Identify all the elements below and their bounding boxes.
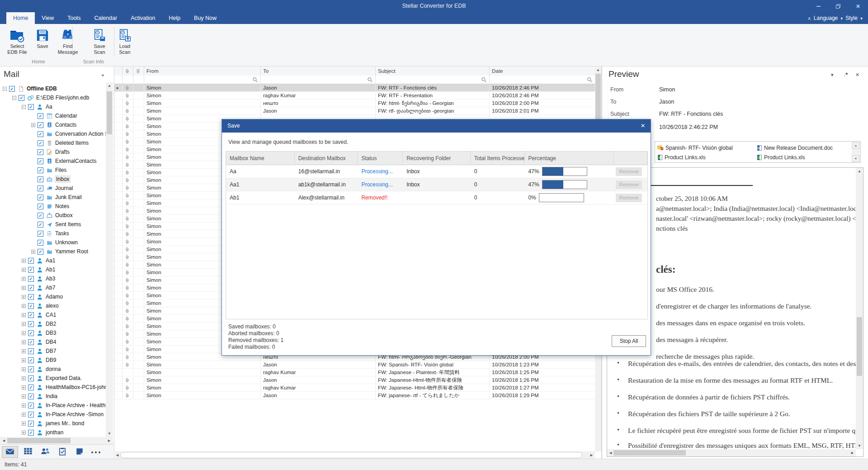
select-edb-file-button[interactable]: SelectEDB File xyxy=(5,25,30,60)
tree-item-inbox[interactable]: ✓Inbox xyxy=(31,175,106,184)
tree-item-ab1[interactable]: +✓Ab1 xyxy=(22,265,106,274)
tree-item-india[interactable]: +✓India xyxy=(22,392,106,401)
tree-item-junk-email[interactable]: ✓Junk Email xyxy=(31,193,106,202)
checkbox-checked[interactable]: ✓ xyxy=(28,294,34,300)
calendar-view-button[interactable] xyxy=(20,446,36,458)
checkbox-checked[interactable]: ✓ xyxy=(38,140,43,146)
tree-item-donna[interactable]: +✓donna xyxy=(22,365,106,374)
tree-item-sent-items[interactable]: ✓Sent Items xyxy=(31,220,106,229)
scroll-left-icon[interactable]: ◄ xyxy=(2,437,6,444)
collapse-icon[interactable]: − xyxy=(12,96,16,100)
attachment-spanish-rtf-visi-n-global[interactable]: Spanish- RTF- Visión global xyxy=(657,143,755,152)
expand-icon[interactable]: + xyxy=(31,123,35,127)
tree-item-calendar[interactable]: ✓Calendar xyxy=(31,111,106,120)
expand-icon[interactable]: + xyxy=(22,295,26,299)
checkbox-checked[interactable]: ✓ xyxy=(38,113,43,119)
expand-icon[interactable]: + xyxy=(22,358,26,362)
message-row[interactable]: SimonJasonFW: Japanese-Html-物件所有者保険10/26… xyxy=(114,376,595,384)
language-menu[interactable]: Language xyxy=(814,15,838,21)
remove-button[interactable]: Remove xyxy=(616,194,642,202)
tree-item-externalcontacts[interactable]: ✓ExternalContacts xyxy=(31,157,106,166)
tree-item-db4[interactable]: +✓DB4 xyxy=(22,337,106,347)
search-input-subject[interactable] xyxy=(376,76,490,84)
checkbox-checked[interactable]: ✓ xyxy=(28,375,34,381)
tree-item-db9[interactable]: +✓DB9 xyxy=(22,356,106,365)
pin-icon[interactable] xyxy=(844,72,849,78)
search-input-to[interactable] xyxy=(261,76,376,84)
attachment-product-links-xls[interactable]: XProduct Links.xls xyxy=(757,152,854,162)
checkbox-checked[interactable]: ✓ xyxy=(28,348,34,354)
close-button[interactable]: ✕ xyxy=(848,0,868,12)
load-scan-button[interactable]: LoadScan xyxy=(112,25,137,60)
tree-item-offline-edb[interactable]: −✓Offline EDB xyxy=(3,84,106,93)
scroll-left-icon[interactable]: ◄ xyxy=(115,451,119,459)
checkbox-checked[interactable]: ✓ xyxy=(38,249,43,255)
checkbox-checked[interactable]: ✓ xyxy=(28,430,34,436)
collapse-icon[interactable]: − xyxy=(3,87,7,91)
expand-icon[interactable]: + xyxy=(22,304,26,308)
tab-activation[interactable]: Activation xyxy=(124,12,162,24)
tab-calendar[interactable]: Calendar xyxy=(87,12,124,24)
expand-icon[interactable]: + xyxy=(22,286,26,290)
tree-item-in-place-archive-simon[interactable]: +✓In-Place Archive -Simon xyxy=(22,410,106,419)
message-row[interactable]: SimonJasonFW: Spanish- RTF- Visión globa… xyxy=(114,361,595,369)
checkbox-checked[interactable]: ✓ xyxy=(28,403,34,408)
checkbox-checked[interactable]: ✓ xyxy=(28,267,34,273)
expand-icon[interactable]: + xyxy=(22,431,26,435)
checkbox-checked[interactable]: ✓ xyxy=(38,240,43,246)
close-preview-icon[interactable]: ✕ xyxy=(855,72,859,78)
expand-icon[interactable]: + xyxy=(22,394,26,399)
checkbox-checked[interactable]: ✓ xyxy=(38,213,43,218)
checkbox-checked[interactable]: ✓ xyxy=(19,95,24,101)
checkbox-checked[interactable]: ✓ xyxy=(38,131,43,137)
checkbox-checked[interactable]: ✓ xyxy=(28,394,34,399)
tree-item-notes[interactable]: ✓Notes xyxy=(31,202,106,211)
tree-item-james-mr-bond[interactable]: +✓james Mr.. bond xyxy=(22,419,106,428)
tree-item-contacts[interactable]: +✓Contacts xyxy=(31,120,106,129)
expand-icon[interactable]: + xyxy=(22,422,26,426)
tree-item-deleted-items[interactable]: ✓Deleted Items xyxy=(31,138,106,147)
checkbox-checked[interactable]: ✓ xyxy=(38,158,43,164)
checkbox-checked[interactable]: ✓ xyxy=(9,86,15,92)
scroll-right-icon[interactable]: ► xyxy=(590,451,594,459)
expand-icon[interactable]: + xyxy=(22,331,26,335)
expand-icon[interactable]: + xyxy=(22,313,26,317)
mail-view-button[interactable] xyxy=(2,446,18,458)
checkbox-checked[interactable]: ✓ xyxy=(38,204,43,209)
scroll-up-icon[interactable]: ▲ xyxy=(852,142,860,149)
tree-item-alexo[interactable]: +✓alexo xyxy=(22,301,106,310)
scroll-down-icon[interactable]: ▼ xyxy=(852,155,860,162)
collapse-ribbon-icon[interactable]: ∧ xyxy=(808,16,811,21)
dialog-close-icon[interactable]: ✕ xyxy=(641,119,645,133)
tree-item-ab7[interactable]: +✓Ab7 xyxy=(22,283,106,292)
notes-view-button[interactable] xyxy=(71,446,88,458)
tab-tools[interactable]: Tools xyxy=(61,12,87,24)
tree-item-db2[interactable]: +✓DB2 xyxy=(22,319,106,328)
language-dropdown-icon[interactable]: ▾ xyxy=(840,16,843,21)
checkbox-checked[interactable]: ✓ xyxy=(28,339,34,345)
panel-collapse-icon[interactable]: ◂ xyxy=(101,72,104,77)
stop-all-button[interactable]: Stop All xyxy=(612,335,646,347)
expand-icon[interactable]: + xyxy=(22,349,26,353)
message-row[interactable]: SimonJasonFW: japanese- rtf - てられましたか10/… xyxy=(114,392,595,399)
tree-item-e-edb-files-john-edb[interactable]: −✓E:\EDB Files\john.edb xyxy=(12,93,106,102)
checkbox-checked[interactable]: ✓ xyxy=(28,357,34,363)
tree-item-aa[interactable]: −✓Aa xyxy=(22,102,106,111)
message-row[interactable]: SimonJasonFW: rtf- დაახლოებით -georgian1… xyxy=(114,107,595,115)
checkbox-checked[interactable]: ✓ xyxy=(28,412,34,418)
search-input-from[interactable] xyxy=(144,76,261,84)
checkbox-checked[interactable]: ✓ xyxy=(28,385,34,390)
attachments-scrollbar[interactable]: ▲ ▼ xyxy=(852,142,860,162)
tree-item-aa1[interactable]: +✓Aa1 xyxy=(22,256,106,265)
tasks-view-button[interactable] xyxy=(54,446,71,458)
list-horizontal-scrollbar[interactable]: ◄ ► xyxy=(114,451,595,459)
message-row[interactable]: Simonraghav KumarFW: Japanese - Plaintex… xyxy=(114,369,595,376)
collapse-icon[interactable]: − xyxy=(22,105,26,109)
tab-buy-now[interactable]: Buy Now xyxy=(187,12,223,24)
tree-item-healthmailbox-pc16-john[interactable]: +✓HealthMailbox-PC16-john xyxy=(22,383,106,392)
checkbox-checked[interactable]: ✓ xyxy=(38,195,43,200)
tree-horizontal-scrollbar[interactable]: ◄ ► xyxy=(0,437,113,444)
checkbox-checked[interactable]: ✓ xyxy=(38,176,43,182)
checkbox-checked[interactable]: ✓ xyxy=(38,122,43,128)
message-row[interactable]: Simonraghav KumarFW: RTF - Présentation1… xyxy=(114,92,595,100)
